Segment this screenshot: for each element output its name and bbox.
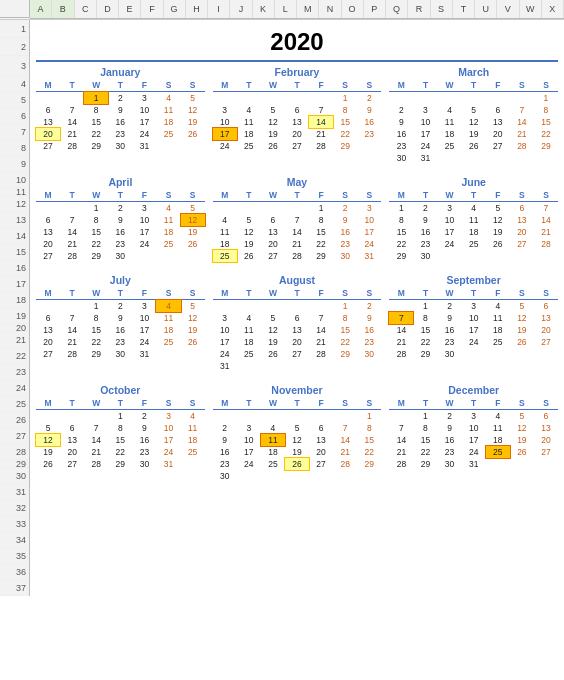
col-header-E[interactable]: E [119, 0, 141, 18]
col-header-T[interactable]: T [453, 0, 475, 18]
col-header-M[interactable]: M [297, 0, 319, 18]
jan-cell [36, 92, 60, 105]
table-row: 26 27 28 29 30 31 [36, 458, 205, 470]
aug-cell: 26 [261, 348, 285, 360]
feb-th-m: M [213, 79, 237, 92]
sep-cell: 24 [462, 336, 486, 348]
jan-th-t1: T [60, 79, 84, 92]
oct-cell: 23 [132, 446, 156, 458]
col-header-Q[interactable]: Q [386, 0, 408, 18]
apr-cell: 14 [60, 226, 84, 238]
col-header-J[interactable]: J [230, 0, 252, 18]
col-header-G[interactable]: G [164, 0, 186, 18]
sep-cell: 7 [389, 312, 413, 324]
may-cell: 25 [213, 250, 237, 262]
row-number-3: 3 [0, 56, 29, 76]
table-row: 4 5 6 7 8 9 10 [213, 214, 382, 226]
aug-cell: 9 [357, 312, 381, 324]
may-cell: 30 [333, 250, 357, 262]
table-row: 13 14 15 16 17 18 19 [36, 226, 205, 238]
may-title: May [213, 176, 382, 188]
table-row: 9 10 11 12 13 14 15 [389, 116, 558, 128]
col-header-O[interactable]: O [342, 0, 364, 18]
jun-cell: 16 [413, 226, 437, 238]
col-header-I[interactable]: I [208, 0, 230, 18]
may-th-s2: S [357, 189, 381, 202]
feb-th-f: F [309, 79, 333, 92]
nov-cell: 4 [261, 422, 285, 434]
col-header-V[interactable]: V [497, 0, 519, 18]
jun-cell: 8 [389, 214, 413, 226]
jul-cell [36, 300, 60, 313]
oct-cell: 2 [132, 410, 156, 423]
apr-cell: 6 [36, 214, 60, 226]
sep-cell: 9 [438, 312, 462, 324]
aug-cell [357, 360, 381, 372]
col-header-H[interactable]: H [186, 0, 208, 18]
col-header-A[interactable]: A [30, 0, 52, 18]
jul-cell [60, 300, 84, 313]
dec-th-s2: S [534, 397, 558, 410]
month-february: February M T W T F S S [213, 66, 382, 164]
oct-th-t2: T [108, 397, 132, 410]
jul-cell: 5 [181, 300, 205, 313]
jul-cell: 18 [156, 324, 180, 336]
month-august: August M T W T F S S [213, 274, 382, 372]
jun-th-m: M [389, 189, 413, 202]
apr-cell [36, 202, 60, 215]
jul-cell: 1 [84, 300, 108, 313]
oct-cell: 26 [36, 458, 60, 470]
sep-cell: 5 [510, 300, 534, 313]
september-calendar: M T W T F S S 1 [389, 287, 558, 360]
jun-cell [438, 250, 462, 262]
october-title: October [36, 384, 205, 396]
row-number-36: 36 [0, 564, 29, 580]
sheet-body: 1234567891011121314151617181920212223242… [0, 20, 564, 596]
jul-cell: 31 [132, 348, 156, 360]
jul-cell: 22 [84, 336, 108, 348]
oct-th-f: F [132, 397, 156, 410]
row-number-13: 13 [0, 212, 29, 228]
mar-cell: 20 [486, 128, 510, 140]
apr-cell [181, 250, 205, 262]
col-header-P[interactable]: P [364, 0, 386, 18]
col-header-W[interactable]: W [520, 0, 542, 18]
col-header-L[interactable]: L [275, 0, 297, 18]
col-header-N[interactable]: N [319, 0, 341, 18]
sep-cell: 10 [462, 312, 486, 324]
aug-cell: 19 [261, 336, 285, 348]
jul-cell [181, 348, 205, 360]
col-header-D[interactable]: D [97, 0, 119, 18]
table-row: 31 [213, 360, 382, 372]
oct-cell: 22 [108, 446, 132, 458]
feb-cell: 23 [357, 128, 381, 140]
apr-cell [60, 202, 84, 215]
table-row: 20 21 22 23 24 25 26 [36, 238, 205, 250]
col-header-B[interactable]: B [52, 0, 74, 18]
dec-cell: 25 [486, 446, 510, 458]
may-cell: 11 [213, 226, 237, 238]
col-header-R[interactable]: R [408, 0, 430, 18]
sep-th-f: F [486, 287, 510, 300]
col-header-S[interactable]: S [431, 0, 453, 18]
table-row: 8 9 10 11 12 13 14 [389, 214, 558, 226]
nov-cell: 19 [285, 446, 309, 458]
dec-cell: 9 [438, 422, 462, 434]
dec-cell: 2 [438, 410, 462, 423]
feb-cell: 8 [333, 104, 357, 116]
col-header-X[interactable]: X [542, 0, 564, 18]
dec-cell: 17 [462, 434, 486, 446]
may-cell: 12 [237, 226, 261, 238]
feb-cell: 6 [285, 104, 309, 116]
mar-cell: 4 [438, 104, 462, 116]
col-header-C[interactable]: C [75, 0, 97, 18]
sep-cell: 16 [438, 324, 462, 336]
col-header-U[interactable]: U [475, 0, 497, 18]
mar-cell: 2 [389, 104, 413, 116]
col-header-K[interactable]: K [253, 0, 275, 18]
col-header-F[interactable]: F [141, 0, 163, 18]
table-row: 1 2 [213, 300, 382, 313]
october-calendar: M T W T F S S [36, 397, 205, 470]
dec-cell: 7 [389, 422, 413, 434]
jan-cell: 31 [132, 140, 156, 152]
